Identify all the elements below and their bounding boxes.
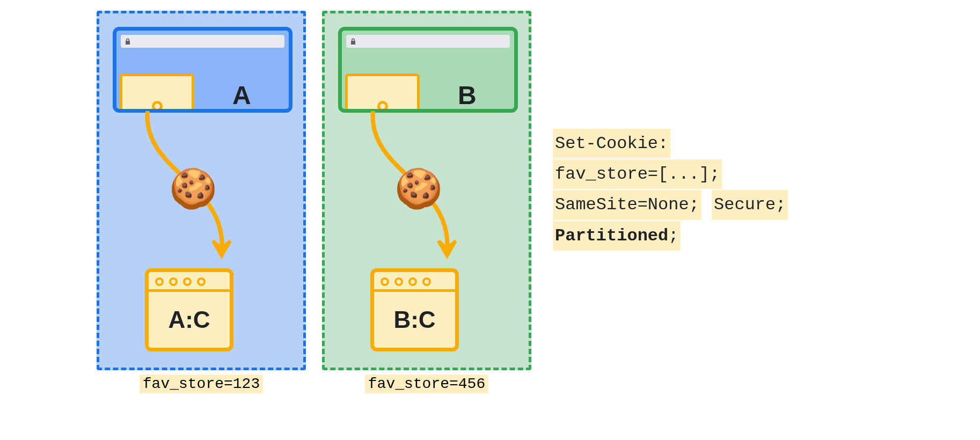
header-line-4-partitioned: Partitioned [555,226,668,246]
browser-content: B [345,74,511,113]
partition-b: B 🍪 B:C fav_store=456 [322,11,531,370]
header-line-3b: Secure; [712,190,788,219]
cookie-icon: 🍪 [169,169,217,208]
jar-label-b: B:C [374,292,455,348]
site-label-a: A [198,74,286,113]
caption-b: fav_store=456 [365,375,488,393]
iframe-c-in-a [120,74,194,113]
jar-titlebar-dots [149,272,230,287]
iframe-anchor-icon [377,101,388,112]
url-bar [121,35,284,48]
jar-titlebar-dots [374,272,455,287]
jar-label-a: A:C [149,292,230,348]
partition-a: A 🍪 A:C fav_store=123 [97,11,306,370]
browser-window-a: A [113,27,292,113]
header-line-4-semicolon: ; [668,226,678,246]
iframe-c-in-b [345,74,420,113]
url-bar [346,35,510,48]
browser-content: A [120,74,286,113]
header-line-1: Set-Cookie: [553,129,670,158]
diagram-container: A 🍪 A:C fav_store=123 [97,11,531,370]
cookie-icon: 🍪 [394,169,443,208]
site-label-b: B [423,74,511,113]
header-line-3a: SameSite=None; [553,190,701,219]
lock-icon [125,38,130,45]
cookie-jar-a: A:C [145,268,233,351]
set-cookie-header: Set-Cookie: fav_store=[...]; SameSite=No… [553,129,788,252]
iframe-anchor-icon [152,101,163,112]
browser-window-b: B [338,27,518,113]
cookie-jar-b: B:C [370,268,459,351]
caption-a: fav_store=123 [140,375,263,393]
lock-icon [350,38,356,45]
header-line-2: fav_store=[...]; [553,159,722,189]
